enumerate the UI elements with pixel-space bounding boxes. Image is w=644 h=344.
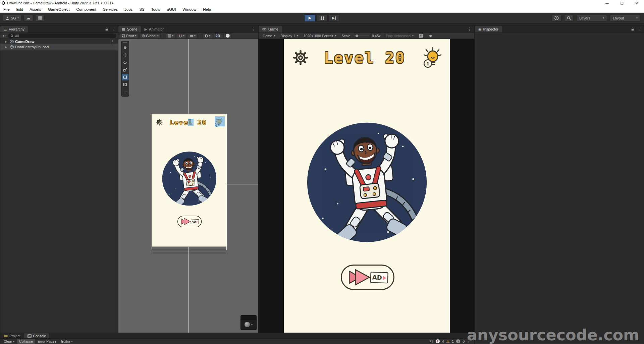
tab-project[interactable]: Project [0, 333, 24, 338]
menu-gameobject[interactable]: GameObject [45, 7, 73, 11]
tab-label: Inspector [483, 27, 498, 31]
pause-button[interactable] [316, 14, 328, 22]
chevron-down-icon[interactable]: ▾ [251, 323, 253, 326]
rotate-tool[interactable] [122, 59, 128, 66]
astronaut-illustration [161, 151, 217, 207]
menu-window[interactable]: Window [179, 7, 200, 11]
title-bar: DrawOnePart - GameDraw - Android - Unity… [0, 0, 644, 6]
camera-frustum-line [152, 253, 227, 253]
search-button[interactable] [564, 15, 574, 21]
tab-console[interactable]: Console [24, 333, 50, 338]
mute-audio-button[interactable] [426, 33, 435, 39]
move-tool[interactable] [122, 52, 128, 58]
search-icon [10, 34, 14, 38]
pivot-dropdown[interactable]: Pivot ▾ [120, 33, 138, 38]
hierarchy-item-gamedraw[interactable]: ▶ GameDraw ⋮ [0, 39, 118, 44]
drag-handle[interactable] [123, 42, 127, 43]
tab-scene[interactable]: ▦ Scene [118, 26, 141, 33]
minimize-button[interactable]: — [600, 0, 614, 6]
menu-file[interactable]: File [0, 7, 13, 11]
lock-icon[interactable] [105, 27, 108, 31]
cloud-button[interactable]: ☁ [23, 15, 33, 21]
kebab-menu-icon[interactable]: ⋮ [637, 27, 641, 32]
tab-hierarchy[interactable]: ☰ Hierarchy [0, 26, 28, 33]
play-button[interactable]: ▶ [304, 14, 316, 22]
tab-inspector[interactable]: ◉ Inspector [475, 26, 502, 33]
step-button[interactable]: ▶ [328, 14, 340, 22]
global-dropdown[interactable]: Global ▾ [140, 33, 160, 38]
scale-slider[interactable] [354, 36, 369, 36]
camera-preview[interactable]: ▾ [240, 315, 257, 330]
menu-ugui[interactable]: uGUI [164, 7, 179, 11]
error-pause-toggle[interactable]: Error Pause [36, 339, 58, 344]
settings-gear-button[interactable] [292, 50, 309, 66]
lock-icon[interactable] [631, 27, 634, 31]
tab-label: Hierarchy [9, 27, 24, 31]
menu-help[interactable]: Help [200, 7, 214, 11]
watermark: anysourcecode.com [467, 326, 639, 344]
2d-label: 2D [216, 34, 220, 38]
game-screen: Level 20 [284, 39, 450, 333]
transform-tool[interactable] [122, 81, 128, 88]
editor-label: Editor [61, 339, 70, 343]
selection-highlight [188, 119, 194, 126]
account-dropdown[interactable]: SG ▾ [3, 15, 21, 21]
menu-edit[interactable]: Edit [13, 7, 26, 11]
kebab-menu-icon[interactable]: ⋮ [468, 27, 472, 32]
menu-ss[interactable]: SS [136, 7, 148, 11]
scale-label: Scale [342, 34, 351, 38]
menu-services[interactable]: Services [100, 7, 121, 11]
grid-snap-dropdown[interactable]: ▾ [166, 33, 175, 38]
snap-toggle[interactable]: ▾ [177, 33, 186, 38]
error-icon[interactable]: ! [436, 339, 440, 343]
scene-viewport[interactable]: Level 20 [118, 39, 258, 333]
game-mode-dropdown[interactable]: Game ▾ [260, 33, 278, 39]
info-icon[interactable]: i [456, 339, 460, 343]
tab-game[interactable]: Game [259, 26, 282, 33]
expander-icon[interactable]: ▶ [5, 46, 8, 49]
scale-tool[interactable] [122, 66, 128, 73]
item-label: GameDraw [15, 40, 34, 44]
menu-assets[interactable]: Assets [26, 7, 45, 11]
main-toolbar: SG ▾ ☁ ▶ ▶ Layers ▾ [0, 13, 644, 23]
rect-tool[interactable] [122, 74, 128, 80]
kebab-menu-icon[interactable]: ⋮ [110, 39, 114, 44]
scene-tab-icon: ▦ [122, 27, 125, 32]
layout-dropdown[interactable]: Layout ▾ [610, 15, 641, 21]
display-dropdown[interactable]: Display 1 ▾ [278, 33, 301, 39]
custom-tool[interactable] [122, 89, 128, 95]
add-gameobject-button[interactable]: ＋▾ [2, 34, 7, 38]
warning-count: 1 [452, 339, 454, 343]
skip-ad-button[interactable] [340, 263, 395, 292]
play-unfocused-dropdown[interactable]: Play Unfocused ▾ [383, 33, 417, 39]
scale-control[interactable]: Scale 0.45x [339, 33, 383, 39]
menu-tools[interactable]: Tools [148, 7, 164, 11]
menu-jobs[interactable]: Jobs [121, 7, 136, 11]
layers-dropdown[interactable]: Layers ▾ [576, 15, 607, 21]
expander-icon[interactable]: ▶ [5, 40, 8, 43]
kebab-menu-icon[interactable]: ⋮ [111, 27, 115, 32]
services-grid-button[interactable] [35, 15, 45, 21]
warning-icon[interactable]: ⚠ [446, 340, 449, 343]
undo-history-button[interactable] [551, 15, 561, 21]
hierarchy-search-input[interactable]: All [8, 34, 116, 38]
editor-dropdown[interactable]: Editor ▾ [59, 339, 74, 344]
menu-component[interactable]: Component [73, 7, 99, 11]
tab-animator[interactable]: ▶ Animator [141, 26, 168, 33]
close-button[interactable]: ✕ [629, 0, 644, 6]
resolution-dropdown[interactable]: 1920x1080 Portrait ▾ [301, 33, 339, 39]
draw-mode-dropdown[interactable]: ▾ [203, 33, 212, 38]
increment-snap-dropdown[interactable]: ▾ [188, 33, 198, 38]
maximize-button[interactable]: ▢ [614, 0, 629, 6]
console-search-icon[interactable] [430, 340, 433, 343]
kebab-menu-icon[interactable]: ⋮ [251, 27, 255, 32]
2d-toggle[interactable]: 2D [214, 33, 222, 38]
view-hand-tool[interactable] [122, 44, 128, 51]
hierarchy-item-dontdestroyonload[interactable]: ▶ DontDestroyOnLoad [0, 44, 118, 50]
display-label: Display 1 [281, 34, 295, 38]
stats-button[interactable] [416, 33, 426, 39]
clear-button[interactable]: Clear ▾ [2, 339, 16, 344]
hint-bulb-button[interactable] [421, 47, 443, 69]
lighting-toggle[interactable]: ⚪ [223, 33, 232, 38]
collapse-toggle[interactable]: Collapse [17, 339, 35, 344]
